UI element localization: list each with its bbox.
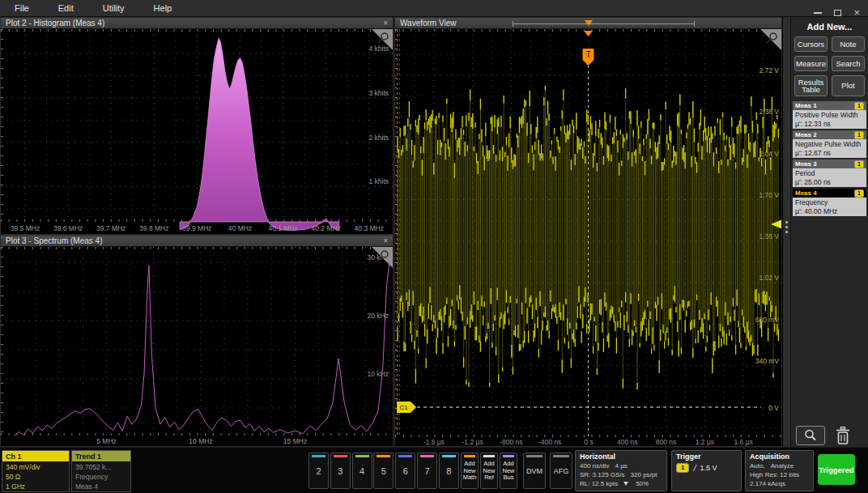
histogram-x-label: 40.1 MHz — [268, 224, 297, 232]
instrument-label: AFG — [554, 467, 569, 475]
measurement-chip-4[interactable]: Meas 41Frequencyµ': 40.00 MHz — [793, 189, 866, 216]
trigger-flag-icon[interactable]: T — [583, 49, 594, 66]
spectrum-y-label: 10 kHz — [368, 370, 389, 378]
trigger-panel[interactable]: Trigger 1 / 1.5 V — [671, 450, 742, 491]
horizontal-panel[interactable]: Horizontal 400 ns/div4 µsSR: 3.125 GS/s3… — [575, 450, 667, 491]
menu-item-utility[interactable]: Utility — [103, 3, 125, 13]
channel-button-4[interactable]: 4 — [352, 453, 372, 489]
sidebar-button-note[interactable]: Note — [832, 36, 865, 52]
trend-1-name: Trend 1 — [72, 451, 130, 461]
spectrum-title-bar[interactable]: Plot 3 - Spectrum (Meas 4) × — [1, 236, 393, 247]
plot-zoom-corner-icon[interactable] — [760, 29, 781, 50]
menu-item-file[interactable]: File — [15, 3, 29, 13]
histogram-panel: Plot 2 - Histogram (Meas 4) × 4 khits3 k… — [0, 17, 394, 235]
instrument-stripe — [553, 455, 569, 457]
cursor-c1-tag[interactable]: C1 — [397, 402, 416, 413]
measurement-source-badge: 1 — [854, 189, 864, 198]
afg-button[interactable]: AFG — [550, 453, 572, 489]
measurement-source-badge: 1 — [854, 160, 864, 168]
measurement-chip-2[interactable]: Meas 21Negative Pulse Widthµ': 12.67 ns — [793, 130, 866, 158]
histogram-y-label: 1 khits — [368, 177, 389, 185]
waveform-v-label: 2.72 V — [759, 66, 779, 74]
zoom-tool-button[interactable] — [796, 426, 825, 445]
waveform-v-label: 340 mV — [755, 357, 780, 365]
slider-track — [513, 23, 695, 24]
ref-color-stripe — [483, 455, 495, 457]
spectrum-x-label: 15 MHz — [283, 437, 307, 445]
channel-color-stripe — [442, 455, 456, 457]
close-icon[interactable]: × — [853, 9, 860, 17]
trigger-title: Trigger — [676, 453, 737, 461]
add-new-ref-button[interactable]: AddNewRef — [480, 453, 498, 489]
waveform-title-bar[interactable]: Waveform View — [395, 18, 781, 29]
horizontal-title: Horizontal — [580, 453, 662, 461]
measurement-value: µ': 12.67 ns — [795, 149, 864, 158]
channel-button-label: 6 — [403, 466, 408, 476]
sidebar-button-search[interactable]: Search — [832, 56, 865, 71]
channel-button-8[interactable]: 8 — [439, 453, 459, 489]
menu-item-help[interactable]: Help — [154, 3, 172, 13]
math-color-stripe — [464, 455, 475, 457]
acquisition-panel[interactable]: Acquisition Auto,AnalyzeHigh Res: 12 bit… — [745, 450, 814, 491]
measurement-body: Periodµ': 25.00 ns — [793, 168, 866, 187]
waveform-t-label: -1.6 µs — [423, 438, 445, 446]
magnifier-icon — [802, 427, 819, 444]
measurement-value: µ': 40.00 MHz — [795, 207, 864, 216]
trend-1-settings: 39.7052 k... Frequency Meas 4 — [72, 461, 130, 491]
channel-button-5[interactable]: 5 — [373, 453, 394, 489]
waveform-t-label: -1.2 µs — [462, 438, 483, 446]
add-new-line: Bus — [504, 474, 514, 482]
channel-button-label: 3 — [338, 466, 343, 476]
histogram-close-icon[interactable]: × — [383, 19, 388, 28]
menu-items: FileEditUtilityHelp — [15, 3, 172, 13]
oscilloscope-app: FileEditUtilityHelp × Plot 2 - Histogram… — [0, 0, 868, 493]
channel-color-stripe — [355, 455, 369, 457]
channel-color-stripe — [398, 455, 412, 457]
measurement-label: Positive Pulse Width — [795, 111, 864, 120]
dvm-button[interactable]: DVM — [523, 453, 546, 489]
restore-icon[interactable] — [834, 10, 841, 16]
more-dots-icon[interactable] — [785, 221, 788, 233]
add-new-math-button[interactable]: AddNewMath — [461, 453, 479, 489]
trigger-position-marker-icon[interactable] — [585, 20, 593, 26]
instrument-label: DVM — [526, 467, 542, 475]
measurement-chip-3[interactable]: Meas 31Periodµ': 25.00 ns — [793, 159, 866, 187]
measurement-chip-1[interactable]: Meas 11Positive Pulse Widthµ': 12.33 ns — [793, 101, 866, 129]
menu-item-edit[interactable]: Edit — [58, 3, 74, 13]
settings-value: 400 ns/div — [580, 461, 609, 470]
horizontal-position-slider[interactable] — [513, 20, 695, 28]
panel-splitter-scrollbar[interactable] — [782, 17, 790, 447]
minimize-icon[interactable] — [814, 12, 822, 14]
slider-right-cap — [694, 21, 695, 27]
cursor-c1-label: C1 — [399, 404, 408, 411]
spectrum-close-icon[interactable]: × — [383, 237, 388, 245]
sidebar-button-measure[interactable]: Measure — [794, 56, 828, 71]
histogram-x-label: 40.2 MHz — [312, 224, 341, 232]
sidebar-button-results-table[interactable]: Results Table — [794, 75, 828, 96]
acquisition-title: Acquisition — [750, 453, 809, 461]
histogram-x-label: 39.5 MHz — [11, 224, 40, 232]
sidebar-button-cursors[interactable]: Cursors — [794, 36, 828, 52]
channel-1-badge[interactable]: Ch 1 340 mV/div 50 Ω 1 GHz — [2, 450, 70, 492]
add-new-bus-button[interactable]: AddNewBus — [500, 453, 517, 489]
trigger-source-badge: 1 — [676, 463, 689, 473]
channel-button-2[interactable]: 2 — [308, 453, 329, 489]
measurement-name: Meas 3 — [795, 160, 817, 168]
sidebar-button-plot[interactable]: Plot — [832, 75, 865, 96]
channel-button-label: 7 — [424, 466, 429, 476]
trend-1-badge[interactable]: Trend 1 39.7052 k... Frequency Meas 4 — [71, 450, 131, 492]
settings-row: SR: 3.125 GS/s320 ps/pt — [580, 470, 662, 479]
add-new-buttons: CursorsNoteMeasureSearchResults TablePlo… — [794, 36, 866, 96]
histogram-title: Plot 2 - Histogram (Meas 4) — [6, 19, 104, 28]
settings-value: Analyze — [771, 461, 794, 470]
trash-button[interactable] — [835, 427, 851, 445]
channel-button-6[interactable]: 6 — [395, 453, 415, 489]
channel-button-7[interactable]: 7 — [417, 453, 437, 489]
measurement-label: Frequency — [795, 198, 864, 207]
spectrum-x-label: 5 MHz — [96, 437, 117, 445]
measurement-header: Meas 11 — [793, 101, 866, 110]
waveform-t-label: 0 s — [584, 438, 593, 446]
histogram-title-bar[interactable]: Plot 2 - Histogram (Meas 4) × — [1, 18, 393, 29]
measurement-header: Meas 31 — [793, 159, 866, 168]
channel-button-3[interactable]: 3 — [330, 453, 351, 489]
